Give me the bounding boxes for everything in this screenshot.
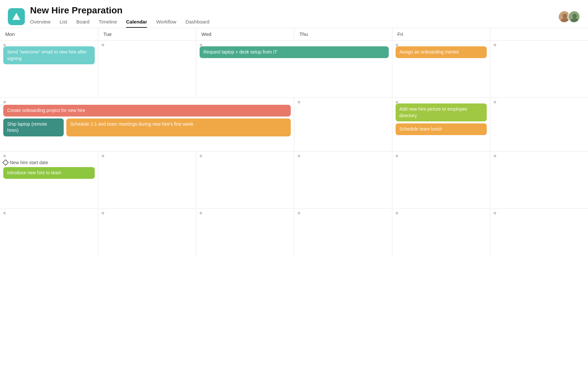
avatar-2 <box>568 10 580 23</box>
calendar: Mon Tue Wed Thu Fri Send "welcome" email… <box>0 28 588 258</box>
cell-row4-mon <box>0 209 98 258</box>
cell-dot <box>396 155 398 157</box>
col-header-tue: Tue <box>98 28 196 40</box>
cell-row2-thu <box>294 98 392 151</box>
calendar-row-4 <box>0 209 588 258</box>
logo-icon <box>11 11 22 22</box>
col-header-mon: Mon <box>0 28 98 40</box>
event-welcome-email[interactable]: Send "welcome" email to new hire after s… <box>3 46 95 64</box>
cell-row3-extra <box>490 151 588 209</box>
cell-row3-thu <box>294 151 392 209</box>
cell-row1-wed-thu: Request laptop + desk setup from IT <box>196 40 392 98</box>
cell-row1-extra <box>490 40 588 98</box>
nav-workflow[interactable]: Workflow <box>156 19 176 28</box>
milestone-new-hire-start: New hire start date <box>3 160 95 165</box>
event-onboarding-mentor[interactable]: Assign an onboarding mentor <box>396 46 487 58</box>
col-header-thu: Thu <box>294 28 392 40</box>
calendar-row-1: Send "welcome" email to new hire after s… <box>0 40 588 98</box>
col-header-wed: Wed <box>196 28 294 40</box>
cell-row3-mon: New hire start date Introduce new hire t… <box>0 151 98 209</box>
cell-dot <box>494 212 496 214</box>
cell-dot <box>298 155 300 157</box>
event-ship-laptop[interactable]: Ship laptop (remote hires) <box>3 118 64 136</box>
cell-row2-fri: Add new hire picture to employee directo… <box>392 98 490 151</box>
event-schedule-meetings[interactable]: Schedule 1:1 and team meetings during ne… <box>66 118 291 136</box>
main-nav: Overview List Board Timeline Calendar Wo… <box>30 19 209 28</box>
calendar-table: Mon Tue Wed Thu Fri Send "welcome" email… <box>0 28 588 258</box>
nav-list[interactable]: List <box>60 19 67 28</box>
cell-dot <box>3 212 6 214</box>
event-introduce-team[interactable]: Introduce new hire to team <box>3 167 95 179</box>
calendar-header-row: Mon Tue Wed Thu Fri <box>0 28 588 40</box>
cell-dot <box>200 44 202 46</box>
event-employee-directory[interactable]: Add new hire picture to employee directo… <box>396 103 487 121</box>
cell-row3-tue <box>98 151 196 209</box>
cell-row4-tue <box>98 209 196 258</box>
col-header-fri: Fri <box>392 28 490 40</box>
cell-dot <box>494 101 496 103</box>
cell-dot <box>298 212 300 214</box>
cell-dot <box>3 101 6 103</box>
cell-dot <box>494 44 496 46</box>
app-logo <box>8 8 25 25</box>
cell-row1-mon: Send "welcome" email to new hire after s… <box>0 40 98 98</box>
calendar-row-3: New hire start date Introduce new hire t… <box>0 151 588 209</box>
cell-row4-extra <box>490 209 588 258</box>
cell-row2-mon-wed: Create onboarding project for new hire S… <box>0 98 294 151</box>
user-avatars <box>558 10 580 23</box>
cell-dot <box>200 212 202 214</box>
cell-row4-wed <box>196 209 294 258</box>
cell-dot <box>494 155 496 157</box>
project-title: New Hire Preparation <box>30 5 209 16</box>
cell-row2-extra <box>490 98 588 151</box>
svg-point-0 <box>15 15 17 17</box>
nav-calendar[interactable]: Calendar <box>126 19 147 28</box>
event-laptop-desk[interactable]: Request laptop + desk setup from IT <box>200 46 389 58</box>
cell-dot <box>200 155 202 157</box>
cell-row4-fri <box>392 209 490 258</box>
cell-dot <box>396 101 398 103</box>
cell-dot <box>298 101 300 103</box>
milestone-diamond-icon <box>2 159 9 166</box>
nav-timeline[interactable]: Timeline <box>99 19 117 28</box>
avatar-2-image <box>568 11 580 23</box>
svg-point-2 <box>563 14 567 18</box>
col-header-extra <box>490 28 588 40</box>
cell-dot <box>102 44 104 46</box>
cell-row3-fri <box>392 151 490 209</box>
calendar-row-2: Create onboarding project for new hire S… <box>0 98 588 151</box>
cell-row3-wed <box>196 151 294 209</box>
cell-dot <box>102 212 104 214</box>
svg-point-5 <box>572 14 577 18</box>
header-left: New Hire Preparation Overview List Board… <box>8 5 209 28</box>
cell-dot <box>396 212 398 214</box>
cell-row1-tue <box>98 40 196 98</box>
event-onboarding-project[interactable]: Create onboarding project for new hire <box>3 105 291 117</box>
cell-row4-thu <box>294 209 392 258</box>
nav-overview[interactable]: Overview <box>30 19 51 28</box>
cell-dot <box>396 44 398 46</box>
nav-board[interactable]: Board <box>76 19 90 28</box>
cell-dot <box>3 44 6 46</box>
cell-dot <box>3 155 6 157</box>
header: New Hire Preparation Overview List Board… <box>0 0 588 28</box>
nav-dashboard[interactable]: Dashboard <box>186 19 209 28</box>
milestone-label: New hire start date <box>10 160 48 165</box>
cell-dot <box>102 155 104 157</box>
event-team-lunch[interactable]: Schedule team lunch <box>396 123 487 135</box>
cell-row1-fri: Assign an onboarding mentor <box>392 40 490 98</box>
